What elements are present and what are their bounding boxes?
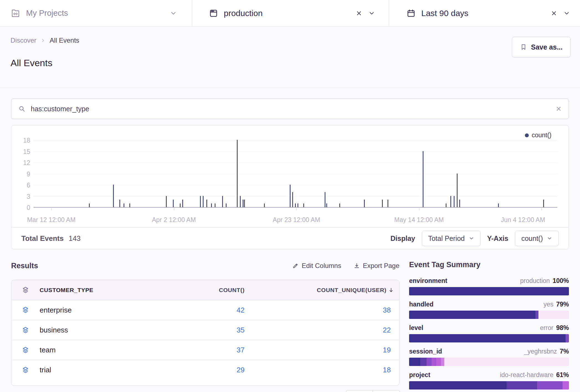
tag-distribution-bar[interactable] [409, 334, 569, 342]
table-row: trial 29 18 [11, 360, 399, 380]
search-clear-icon[interactable] [555, 105, 562, 112]
yaxis-label: Y-Axis [487, 234, 508, 243]
tag-percent: 7% [560, 348, 569, 355]
display-dropdown-value: Total Period [428, 234, 465, 243]
environment-clear-icon[interactable] [356, 10, 362, 17]
edit-columns-label: Edit Columns [302, 262, 341, 270]
chevron-right-icon [40, 38, 46, 43]
export-page-button[interactable]: Export Page [353, 262, 399, 270]
tag-top-value: _yeghrsbnz [524, 348, 557, 355]
cell-customer-type: enterprise [40, 306, 178, 314]
table-row: enterprise 42 38 [11, 300, 399, 320]
cell-count-unique-link[interactable]: 22 [245, 326, 399, 334]
table-header-row: CUSTOMER_TYPE COUNT() COUNT_UNIQUE(USER) [11, 280, 399, 300]
tag-summary-heading: Event Tag Summary [409, 261, 569, 271]
cell-count-unique-link[interactable]: 19 [245, 346, 399, 354]
cell-customer-type: team [40, 346, 178, 354]
tag-row-handled: handled yes 79% [409, 301, 569, 319]
pagination-prev-button[interactable] [346, 390, 373, 392]
page-title: All Events [11, 58, 569, 68]
column-header-count-unique-label: COUNT_UNIQUE(USER) [317, 287, 386, 293]
tag-distribution-bar[interactable] [409, 287, 569, 295]
cell-count-unique-link[interactable]: 18 [245, 366, 399, 374]
tag-row-project: project ido-react-hardware 61% [409, 371, 569, 390]
events-chart-panel: count() 0369121518 Mar 12 12:00 AMApr 2 … [11, 125, 569, 249]
table-row: team 37 19 [11, 340, 399, 360]
table-row: business 35 22 [11, 320, 399, 340]
cell-count-link[interactable]: 37 [178, 346, 245, 354]
tag-percent: 79% [556, 301, 569, 308]
chart-plot [34, 140, 557, 208]
date-clear-icon[interactable] [551, 10, 557, 17]
cell-count-link[interactable]: 29 [178, 366, 245, 374]
top-filter-bar: My Projects production [0, 0, 580, 27]
projects-icon [11, 8, 20, 18]
chart-legend[interactable]: count() [525, 131, 551, 139]
yaxis-dropdown[interactable]: count() [515, 231, 559, 246]
column-header-count-unique[interactable]: COUNT_UNIQUE(USER) [245, 287, 399, 293]
date-chevron-down-icon[interactable] [563, 10, 570, 17]
tag-distribution-bar[interactable] [409, 358, 569, 366]
date-range-label: Last 90 days [421, 9, 468, 18]
pagination-next-button[interactable] [373, 390, 400, 392]
tag-percent: 100% [553, 277, 569, 285]
tag-row-environment: environment production 100% [409, 277, 569, 295]
tag-name[interactable]: level [409, 324, 423, 332]
project-selector[interactable]: My Projects [0, 0, 192, 26]
download-icon [353, 262, 360, 269]
legend-label: count() [532, 131, 551, 139]
search-icon [18, 105, 26, 113]
breadcrumb-current: All Events [50, 37, 79, 44]
cell-customer-type: trial [40, 366, 178, 374]
tag-distribution-bar[interactable] [409, 311, 569, 319]
pagination [346, 390, 400, 392]
save-as-button[interactable]: Save as... [512, 37, 571, 57]
page-header: Discover All Events All Events Save as..… [0, 27, 580, 88]
event-tag-summary: Event Tag Summary environment production… [409, 261, 569, 392]
cell-count-unique-link[interactable]: 38 [245, 306, 399, 314]
total-events-value: 143 [69, 234, 81, 243]
chevron-down-icon [469, 236, 474, 241]
chart-xlabels: Mar 12 12:00 AMApr 2 12:00 AMApr 23 12:0… [34, 216, 557, 225]
environment-selector-label: production [224, 9, 263, 18]
search-bar [11, 99, 569, 119]
stack-icon[interactable] [21, 346, 30, 354]
tag-row-level: level error 98% [409, 324, 569, 342]
tag-name[interactable]: environment [409, 277, 447, 285]
total-events-label: Total Events [21, 234, 64, 243]
tag-top-value: yes [543, 301, 553, 308]
environment-chevron-down-icon[interactable] [368, 10, 375, 17]
tag-top-value: production [520, 277, 550, 285]
display-label: Display [391, 234, 415, 243]
tag-name[interactable]: project [409, 371, 430, 379]
column-header-count[interactable]: COUNT() [178, 287, 245, 293]
edit-columns-button[interactable]: Edit Columns [292, 262, 341, 270]
search-input[interactable] [31, 105, 555, 113]
breadcrumb: Discover All Events [11, 37, 569, 44]
display-dropdown[interactable]: Total Period [422, 231, 481, 246]
cell-count-link[interactable]: 42 [178, 306, 245, 314]
events-chart[interactable]: count() 0369121518 Mar 12 12:00 AMApr 2 … [11, 125, 569, 227]
breadcrumb-discover-link[interactable]: Discover [11, 37, 36, 44]
stack-icon[interactable] [21, 306, 30, 314]
chevron-down-icon [547, 236, 552, 241]
tag-name[interactable]: handled [409, 301, 433, 308]
save-as-label: Save as... [531, 43, 563, 51]
tag-percent: 61% [556, 371, 569, 379]
environment-selector[interactable]: production [192, 0, 389, 26]
yaxis-dropdown-value: count() [521, 234, 543, 243]
project-chevron-down-icon[interactable] [170, 10, 177, 17]
tag-distribution-bar[interactable] [409, 381, 569, 390]
stack-icon[interactable] [21, 286, 30, 294]
column-header-customer-type[interactable]: CUSTOMER_TYPE [40, 287, 178, 293]
window-icon [209, 9, 218, 18]
stack-icon[interactable] [21, 326, 30, 334]
tag-name[interactable]: session_id [409, 348, 442, 355]
cell-count-link[interactable]: 35 [178, 326, 245, 334]
tag-top-value: error [540, 324, 553, 332]
date-range-selector[interactable]: Last 90 days [389, 0, 580, 26]
cell-customer-type: business [40, 326, 178, 334]
stack-icon[interactable] [21, 366, 30, 374]
chart-footer: Total Events 143 Display Total Period Y-… [11, 227, 569, 249]
chart-ylabels: 0369121518 [11, 140, 30, 208]
